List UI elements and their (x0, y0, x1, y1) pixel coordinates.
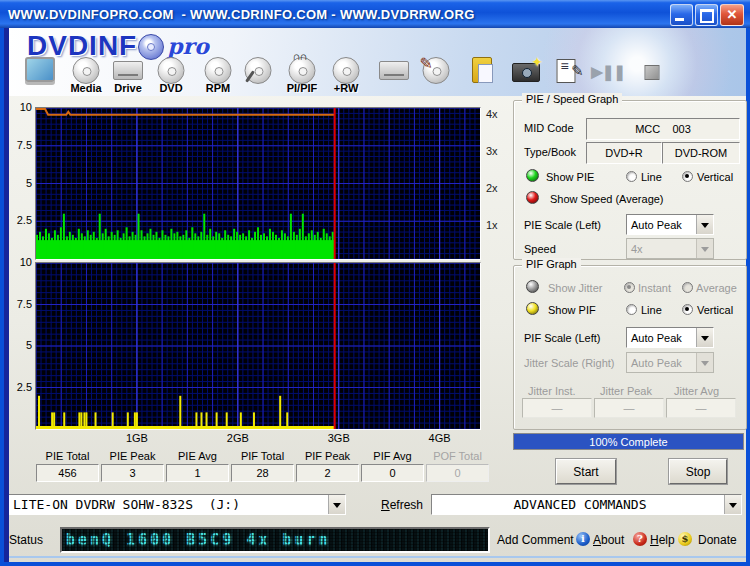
close-icon: ✕ (727, 7, 738, 22)
jitter-avg-label: Jitter Avg (674, 385, 719, 397)
drive-select-value: LITE-ON DVDRW SOHW-832S (J:) (9, 497, 328, 512)
pie-speed-chart (36, 108, 480, 259)
pif-scale-label: PIF Scale (Left) (524, 332, 600, 344)
stop-scan-icon (645, 65, 660, 80)
pie-line-label[interactable]: Line (641, 171, 662, 183)
about-icon[interactable]: i (576, 532, 590, 546)
pif-scale-dropdown[interactable]: Auto Peak (626, 327, 714, 348)
toolbar-drive-tools[interactable] (372, 56, 416, 94)
toolbar-stop-scan[interactable] (630, 56, 674, 94)
refresh-link[interactable]: Refresh (381, 498, 423, 512)
jitter-scale-dropdown-arrow (696, 353, 713, 372)
left-accent-stripe (4, 28, 9, 562)
maximize-button[interactable] (695, 4, 718, 26)
jitter-average-radio (682, 282, 693, 293)
x-axis-tick: 2GB (222, 432, 254, 444)
drive-select-arrow[interactable] (328, 495, 345, 514)
stat-value: 2 (296, 464, 359, 482)
progress-text: 100% Complete (514, 434, 743, 449)
pi-pif-scan-icon (289, 57, 316, 84)
about-accel: A (593, 533, 601, 547)
about-link[interactable]: About (593, 533, 624, 547)
toolbar-rpm-test[interactable]: RPM (196, 56, 240, 94)
jitter-inst-value: — (522, 398, 592, 418)
show-jitter-label: Show Jitter (548, 282, 602, 294)
toolbar-dvd-info[interactable]: DVD (149, 56, 193, 94)
jitter-avg-value: — (666, 398, 736, 418)
stat-value: 3 (101, 464, 164, 482)
toolbar-plus-rw-tools[interactable]: +RW (324, 56, 368, 94)
refresh-rest: efresh (390, 498, 423, 512)
stop-button[interactable]: Stop (669, 459, 727, 484)
book-value: DVD-ROM (662, 142, 740, 164)
toolbar-system-info[interactable] (18, 56, 62, 94)
minimize-icon (675, 18, 684, 21)
add-comment-link[interactable]: Add Comment (497, 533, 574, 547)
stat-column-pif-total: PIF Total28 (231, 450, 294, 482)
pie-scale-dropdown[interactable]: Auto Peak (626, 214, 714, 235)
close-button[interactable]: ✕ (720, 4, 744, 26)
title-bar[interactable]: WWW.DVDINFOPRO.COM - WWW.CDRINFO.COM - W… (0, 0, 750, 28)
jitter-peak-label: Jitter Peak (600, 385, 652, 397)
toolbar-play-pause[interactable]: ▶❚❚ (586, 56, 630, 94)
help-icon[interactable]: ? (633, 532, 647, 546)
pie-scale-dropdown-arrow[interactable] (696, 215, 713, 234)
toolbar-media-info[interactable]: Media (64, 56, 108, 94)
stat-column-pie-total: PIE Total456 (36, 450, 99, 482)
start-button[interactable]: Start (556, 459, 616, 484)
pif-line-radio[interactable] (626, 304, 637, 315)
mid-code-label: MID Code (524, 122, 574, 134)
drive-info-icon (113, 61, 143, 80)
pif-line-label[interactable]: Line (641, 304, 662, 316)
pie-vertical-label[interactable]: Vertical (697, 171, 733, 183)
pif-scale-dropdown-arrow[interactable] (696, 328, 713, 347)
pif-led-yellow (526, 302, 539, 315)
write-disc-icon (423, 57, 450, 84)
stat-column-pof-total: POF Total0 (426, 450, 489, 482)
bottom-accent-line (4, 556, 746, 558)
stat-value: 1 (166, 464, 229, 482)
jitter-led-gray (526, 280, 539, 293)
pif-vertical-radio[interactable] (682, 304, 693, 315)
pif-scale-value: Auto Peak (627, 332, 696, 344)
toolbar-report-notes[interactable] (544, 56, 588, 94)
jitter-scale-value: Auto Peak (627, 357, 696, 369)
rpm-test-icon (205, 57, 232, 84)
show-pie-label: Show PIE (546, 171, 594, 183)
dvd-info-icon (158, 57, 185, 84)
jitter-instant-label: Instant (638, 282, 671, 294)
pif-groupbox: PIF Graph Show Jitter Instant Average Sh… (513, 265, 747, 430)
toolbar-copy-clipboard[interactable] (460, 56, 504, 94)
pie-vertical-radio[interactable] (682, 171, 693, 182)
jitter-instant-radio (624, 282, 635, 293)
advanced-commands-dropdown[interactable]: ADVANCED COMMANDS (431, 494, 742, 515)
minimize-button[interactable] (670, 4, 693, 26)
toolbar-pi-pif-scan[interactable]: PI/PIF (280, 56, 324, 94)
help-accel: H (650, 533, 659, 547)
drive-select-dropdown[interactable]: LITE-ON DVDRW SOHW-832S (J:) (8, 494, 346, 515)
toolbar-read-test[interactable] (236, 56, 280, 94)
maximize-icon (700, 9, 714, 23)
donate-link[interactable]: Donate (698, 533, 737, 547)
toolbar-write-disc[interactable] (414, 56, 458, 94)
pie-line-radio[interactable] (626, 171, 637, 182)
jitter-average-label: Average (696, 282, 737, 294)
pif-chart (36, 263, 480, 429)
stat-label: PIF Total (231, 450, 294, 462)
help-link[interactable]: Help (650, 533, 675, 547)
x-axis-tick: 1GB (121, 432, 153, 444)
donate-icon[interactable]: $ (678, 532, 692, 546)
stat-label: PIF Peak (296, 450, 359, 462)
drive-tools-icon (379, 61, 409, 80)
pie-scale-label: PIE Scale (Left) (524, 219, 601, 231)
toolbar-screenshot[interactable] (504, 56, 548, 94)
speed-dropdown: 4x (626, 238, 714, 259)
speed-dropdown-arrow (696, 239, 713, 258)
toolbar-label-drive-info: Drive (114, 82, 142, 94)
toolbar-drive-info[interactable]: Drive (106, 56, 150, 94)
jitter-scale-dropdown: Auto Peak (626, 352, 714, 373)
toolbar-label-dvd-info: DVD (159, 82, 182, 94)
pif-vertical-label[interactable]: Vertical (697, 304, 733, 316)
advanced-commands-arrow[interactable] (724, 495, 741, 514)
stat-label: PIE Peak (101, 450, 164, 462)
